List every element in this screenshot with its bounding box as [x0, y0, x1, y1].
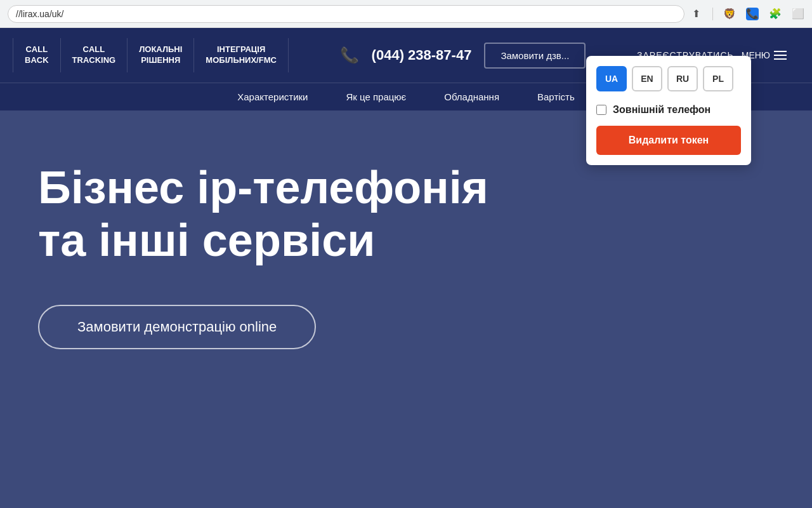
website-content: CALL BACK CALL TRACKING ЛОКАЛЬНІ РІШЕННЯ… [0, 28, 812, 508]
nav-item-local-line2: РІШЕННЯ [141, 55, 180, 65]
language-buttons: UA EN RU PL [596, 66, 741, 91]
browser-icons: ⬆ 🦁 📞 🧩 ⬜ [690, 8, 804, 20]
nav-item-callback[interactable]: CALL BACK [13, 38, 61, 72]
hamburger-icon [774, 51, 787, 60]
hero-title-line2: та інші сервіси [38, 215, 375, 265]
delete-token-button[interactable]: Видалити токен [596, 126, 741, 155]
nav-item-calltracking[interactable]: CALL TRACKING [61, 38, 128, 72]
hero-title: Бізнес ір-телефонія та інші сервіси [38, 161, 609, 267]
nav-link-how-works[interactable]: Як це працює [346, 91, 406, 102]
lang-ru-button[interactable]: RU [667, 66, 698, 91]
external-phone-row: Зовнішній телефон [596, 104, 741, 116]
nav-item-callback-line1: CALL [25, 44, 48, 54]
url-bar[interactable]: //lirax.ua/uk/ [8, 5, 684, 23]
external-phone-checkbox[interactable] [596, 105, 606, 115]
url-text: //lirax.ua/uk/ [16, 9, 63, 19]
nav-link-cost[interactable]: Вартість [537, 91, 575, 102]
nav-item-integration-line2: МОБІЛЬНИХ/FMC [206, 55, 277, 65]
split-icon[interactable]: ⬜ [792, 8, 804, 20]
demo-button[interactable]: Замовити демонстрацію online [38, 305, 316, 349]
nav-item-integration[interactable]: ІНТЕГРАЦІЯ МОБІЛЬНИХ/FMC [194, 38, 289, 72]
divider [712, 8, 713, 20]
lang-ua-button[interactable]: UA [596, 66, 627, 91]
language-popup: UA EN RU PL Зовнішній телефон Видалити т… [586, 56, 751, 165]
nav-item-integration-line1: ІНТЕГРАЦІЯ [217, 44, 265, 54]
nav-link-equipment[interactable]: Обладнання [444, 91, 499, 102]
lang-en-button[interactable]: EN [632, 66, 662, 91]
external-phone-label: Зовнішній телефон [613, 104, 710, 116]
puzzle-icon[interactable]: 🧩 [769, 8, 782, 20]
hero-title-line1: Бізнес ір-телефонія [38, 162, 488, 213]
browser-chrome: //lirax.ua/uk/ ⬆ 🦁 📞 🧩 ⬜ [0, 0, 812, 28]
brave-icon[interactable]: 🦁 [723, 8, 736, 20]
nav-item-calltracking-line1: CALL [83, 44, 105, 54]
order-call-button[interactable]: Замовити дзв... [484, 43, 586, 69]
nav-item-local[interactable]: ЛОКАЛЬНІ РІШЕННЯ [128, 38, 194, 72]
share-icon[interactable]: ⬆ [690, 8, 702, 20]
lang-pl-button[interactable]: PL [703, 66, 733, 91]
phone-browser-icon[interactable]: 📞 [746, 8, 759, 20]
nav-item-calltracking-line2: TRACKING [72, 55, 116, 65]
nav-center: 📞 (044) 238-87-47 Замовити дзв... [289, 43, 637, 69]
nav-item-local-line1: ЛОКАЛЬНІ [139, 44, 182, 54]
phone-icon: 📞 [340, 46, 359, 64]
phone-number: (044) 238-87-47 [372, 47, 472, 64]
nav-item-callback-line2: BACK [25, 55, 49, 65]
nav-link-characteristics[interactable]: Характеристики [237, 91, 308, 102]
